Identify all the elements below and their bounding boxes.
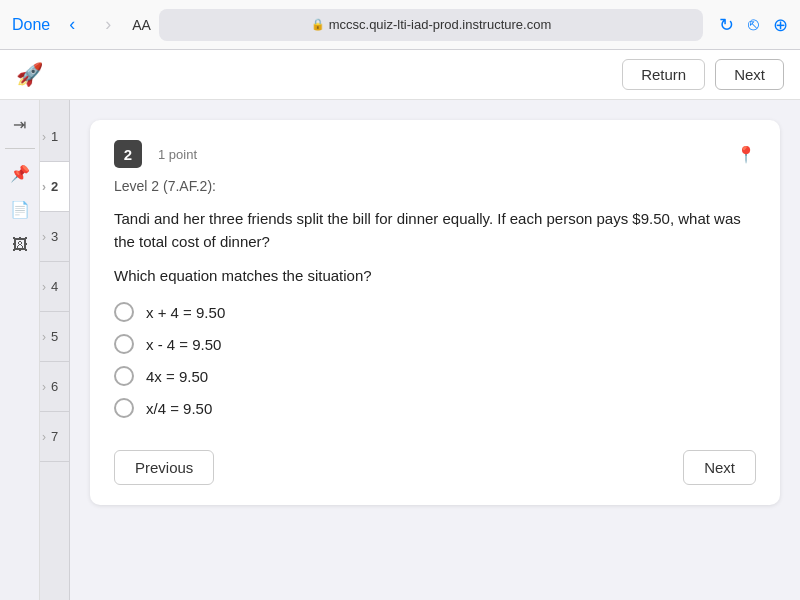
question-nav: 1 2 3 4 5 6 7 [40,100,70,600]
header-left: 2 1 point [114,140,197,168]
radio-b[interactable] [114,334,134,354]
question-card: 2 1 point 📍 Level 2 (7.AF.2): Tandi and … [90,120,780,505]
share-icon[interactable]: ⎋ [748,14,759,36]
browser-bar: Done ‹ › AA 🔒 mccsc.quiz-lti-iad-prod.in… [0,0,800,50]
page-sidebar-icon[interactable]: 📄 [4,193,36,225]
q-nav-1[interactable]: 1 [40,112,69,162]
option-d-text: x/4 = 9.50 [146,400,212,417]
app-toolbar: 🚀 Return Next [0,50,800,100]
url-bar: 🔒 mccsc.quiz-lti-iad-prod.instructure.co… [159,9,703,41]
sidebar-divider [5,148,35,149]
lock-icon: 🔒 [311,18,325,31]
back-button[interactable]: ‹ [58,11,86,39]
url-text: mccsc.quiz-lti-iad-prod.instructure.com [329,17,552,32]
forward-button[interactable]: › [94,11,122,39]
content-area: 2 1 point 📍 Level 2 (7.AF.2): Tandi and … [70,100,800,600]
radio-a[interactable] [114,302,134,322]
pin-sidebar-icon[interactable]: 📌 [4,157,36,189]
radio-c[interactable] [114,366,134,386]
done-button[interactable]: Done [12,16,50,34]
aa-button[interactable]: AA [132,17,151,33]
q-nav-4[interactable]: 4 [40,262,69,312]
question-prompt: Which equation matches the situation? [114,267,756,284]
reload-icon[interactable]: ↻ [719,14,734,36]
option-b-text: x - 4 = 9.50 [146,336,221,353]
card-nav: Previous Next [114,446,756,485]
return-button[interactable]: Return [622,59,705,90]
q-nav-2[interactable]: 2 [40,162,69,212]
browser-actions: ↻ ⎋ ⊕ [719,14,788,36]
question-header: 2 1 point 📍 [114,140,756,168]
sidebar: ⇥ 📌 📄 🖼 [0,100,40,600]
q-nav-3[interactable]: 3 [40,212,69,262]
tab-icon[interactable]: ⇥ [4,108,36,140]
q-nav-7[interactable]: 7 [40,412,69,462]
option-c[interactable]: 4x = 9.50 [114,366,756,386]
pin-icon[interactable]: 📍 [736,145,756,164]
main-layout: ⇥ 📌 📄 🖼 1 2 3 4 5 6 7 2 1 point 📍 Level … [0,100,800,600]
option-b[interactable]: x - 4 = 9.50 [114,334,756,354]
image-sidebar-icon[interactable]: 🖼 [4,229,36,261]
radio-d[interactable] [114,398,134,418]
question-points: 1 point [158,147,197,162]
question-number-badge: 2 [114,140,142,168]
option-d[interactable]: x/4 = 9.50 [114,398,756,418]
option-a-text: x + 4 = 9.50 [146,304,225,321]
answer-options: x + 4 = 9.50 x - 4 = 9.50 4x = 9.50 x/4 … [114,302,756,418]
question-text: Tandi and her three friends split the bi… [114,208,756,253]
top-next-button[interactable]: Next [715,59,784,90]
q-nav-5[interactable]: 5 [40,312,69,362]
option-c-text: 4x = 9.50 [146,368,208,385]
card-next-button[interactable]: Next [683,450,756,485]
q-nav-6[interactable]: 6 [40,362,69,412]
previous-button[interactable]: Previous [114,450,214,485]
question-level: Level 2 (7.AF.2): [114,178,756,194]
option-a[interactable]: x + 4 = 9.50 [114,302,756,322]
toolbar-right: Return Next [622,59,784,90]
bookmark-icon[interactable]: ⊕ [773,14,788,36]
app-logo: 🚀 [16,62,43,88]
